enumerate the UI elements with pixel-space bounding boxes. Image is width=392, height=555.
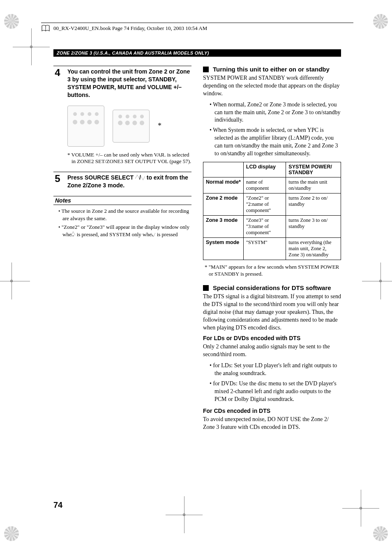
body-paragraph: SYSTEM POWER and STANDBY work differentl… (203, 74, 341, 98)
left-column: 4 You can control the unit from Zone 2 o… (53, 66, 191, 434)
table-rowhead: Normal mode* (203, 177, 244, 193)
table-header: SYSTEM POWER/ STANDBY (286, 162, 341, 177)
table-rowhead: Zone 2 mode (203, 193, 244, 215)
subhead-dts: Special considerations for DTS software (203, 284, 341, 291)
bullet-item: for LDs: Set your LD player's left and r… (210, 362, 341, 378)
crop-mark (4, 274, 19, 288)
table-header (203, 162, 244, 177)
table-footnote: * "MAIN" appears for a few seconds when … (203, 263, 341, 278)
step-4: 4 You can control the unit from Zone 2 o… (53, 66, 191, 99)
subhead-turning-unit: Turning this unit to either on or standb… (203, 66, 341, 73)
square-bullet-icon (203, 67, 209, 72)
step5-pre: Press SOURCE SELECT (67, 174, 135, 181)
subhead-cd: For CDs encoded in DTS (203, 408, 341, 414)
table-cell: name of component (243, 177, 286, 193)
step-body: Press SOURCE SELECT / to exit from the Z… (67, 174, 191, 189)
remote-illustrations: * (67, 106, 191, 147)
step-number: 5 (53, 174, 62, 189)
note-item-mid: is pressed, and SYSTEM only when (75, 231, 155, 237)
bullet-item: When System mode is selected, or when YP… (210, 127, 341, 158)
book-icon (41, 25, 50, 32)
triangle-up-icon (135, 176, 139, 180)
register-mark (4, 526, 19, 541)
body-paragraph: The DTS signal is a digital bitstream. I… (203, 293, 341, 332)
table-cell: "Zone2" or "2:name of component" (243, 193, 286, 215)
table-rowhead: System mode (203, 237, 244, 260)
step-number: 4 (53, 68, 62, 99)
subhead-ld-dvd: For LDs or DVDs encoded with DTS (203, 335, 341, 341)
table-cell: turns the main unit on/standby (286, 177, 341, 193)
step-body: You can control the unit from Zone 2 or … (67, 68, 191, 99)
bullet-list: When normal, Zone2 or Zone 3 mode is sel… (203, 101, 341, 158)
remote-diagram-2 (113, 110, 150, 143)
crop-mark (24, 39, 39, 54)
body-paragraph: To avoid unexpected noise, DO NOT USE th… (203, 416, 341, 431)
asterisk-icon: * (158, 122, 161, 130)
table-row: Zone 3 mode "Zone3" or "3:name of compon… (203, 215, 341, 237)
body-paragraph: Only 2 channel analog audio signals may … (203, 343, 341, 359)
register-mark (373, 526, 388, 541)
table-row: Zone 2 mode "Zone2" or "2:name of compon… (203, 193, 341, 215)
register-mark (4, 14, 19, 29)
table-cell: turns everything (the main unit, Zone 2,… (286, 237, 341, 260)
table-cell: "SYSTM" (243, 237, 286, 260)
crop-mark (353, 501, 368, 516)
table-cell: turns Zone 3 to on/ standby (286, 215, 341, 237)
table-row: System mode "SYSTM" turns everything (th… (203, 237, 341, 260)
table-row: Normal mode* name of component turns the… (203, 177, 341, 193)
subhead-text: Special considerations for DTS software (213, 284, 331, 291)
page-header: 00_RX-V2400U_EN.book Page 74 Friday, Oct… (41, 23, 353, 32)
notes-list: The source in Zone 2 and the source avai… (53, 207, 191, 238)
bullet-list: for LDs: Set your LD player's left and r… (203, 362, 341, 403)
crop-mark (177, 507, 191, 522)
page-number: 74 (53, 500, 62, 510)
section-banner: ZONE 2/ZONE 3 (U.S.A., CANADA AND AUSTRA… (53, 49, 341, 57)
triangle-down-icon (141, 176, 145, 180)
table-rowhead: Zone 3 mode (203, 215, 244, 237)
mode-table: LCD display SYSTEM POWER/ STANDBY Normal… (203, 162, 341, 260)
table-cell: "Zone3" or "3:name of component" (243, 215, 286, 237)
page-header-text: 00_RX-V2400U_EN.book Page 74 Friday, Oct… (53, 25, 207, 32)
subhead-text: Turning this unit to either on or standb… (213, 66, 330, 73)
note-item-end: is pressed (155, 231, 178, 237)
notes-heading: Notes (53, 196, 191, 205)
bullet-item: for DVDs: Use the disc menu to set the D… (210, 380, 341, 403)
crop-mark (373, 274, 388, 288)
register-mark (373, 14, 388, 29)
note-item: The source in Zone 2 and the source avai… (58, 207, 191, 222)
right-column: Turning this unit to either on or standb… (203, 66, 341, 434)
note-item: "Zone2" or "Zone3" will appear in the di… (58, 223, 191, 238)
step-5: 5 Press SOURCE SELECT / to exit from the… (53, 172, 191, 189)
step-4-footnote: * VOLUME +/– can be used only when VAR. … (67, 152, 191, 166)
table-cell: turns Zone 2 to on/ standby (286, 193, 341, 215)
table-header: LCD display (243, 162, 286, 177)
remote-diagram-1 (67, 106, 104, 147)
square-bullet-icon (203, 285, 209, 291)
bullet-item: When normal, Zone2 or Zone 3 mode is sel… (210, 101, 341, 124)
